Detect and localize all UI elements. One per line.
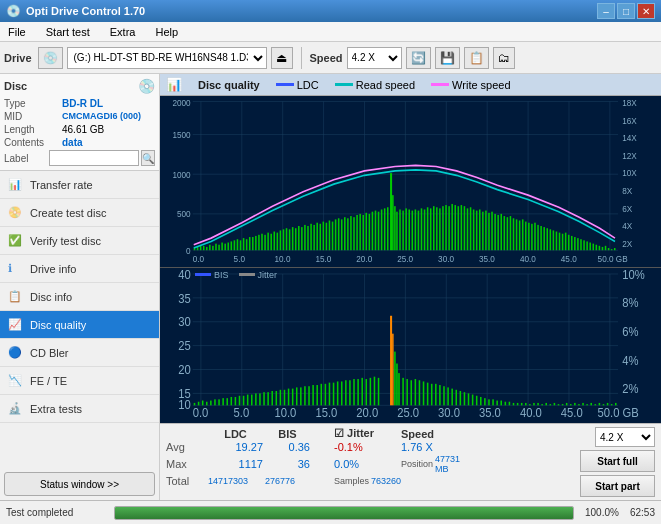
refresh-button[interactable]: 🔄	[406, 47, 431, 69]
svg-rect-281	[431, 384, 433, 405]
menu-start-test[interactable]: Start test	[42, 24, 94, 40]
svg-rect-232	[231, 397, 233, 405]
svg-text:35.0: 35.0	[479, 405, 501, 420]
status-window-button[interactable]: Status window >>	[4, 472, 155, 496]
write-speed-legend-label: Write speed	[452, 79, 511, 91]
svg-rect-90	[341, 219, 343, 250]
svg-rect-149	[519, 220, 521, 250]
svg-rect-173	[592, 244, 594, 251]
label-input[interactable]	[49, 150, 139, 166]
svg-rect-140	[491, 212, 493, 251]
svg-rect-250	[304, 386, 306, 405]
svg-rect-177	[605, 246, 607, 250]
sidebar-item-drive-info[interactable]: ℹ Drive info	[0, 255, 159, 283]
eject-button[interactable]: ⏏	[271, 47, 293, 69]
svg-rect-262	[353, 379, 355, 405]
sidebar-item-cd-bler[interactable]: 🔵 CD Bler	[0, 339, 159, 367]
sidebar-item-disc-quality[interactable]: 📈 Disc quality	[0, 311, 159, 339]
minimize-button[interactable]: –	[597, 3, 615, 19]
svg-rect-127	[451, 204, 453, 250]
sidebar-item-fe-te[interactable]: 📉 FE / TE	[0, 367, 159, 395]
svg-rect-46	[206, 247, 208, 250]
svg-rect-299	[505, 402, 507, 406]
svg-rect-73	[289, 229, 291, 250]
jitter-legend-color	[239, 273, 255, 276]
svg-rect-81	[313, 225, 315, 250]
menu-extra[interactable]: Extra	[106, 24, 140, 40]
disc-panel-title: Disc	[4, 80, 27, 92]
svg-rect-326	[615, 403, 617, 405]
svg-rect-176	[602, 247, 604, 250]
svg-rect-93	[350, 216, 352, 250]
toolbar: Drive 💿 (G:) HL-DT-ST BD-RE WH16NS48 1.D…	[0, 42, 661, 74]
svg-rect-146	[510, 216, 512, 250]
sidebar-item-extra-tests[interactable]: 🔬 Extra tests	[0, 395, 159, 423]
start-part-button[interactable]: Start part	[580, 475, 655, 497]
svg-rect-278	[419, 380, 421, 405]
disc-info-icon: 📋	[8, 290, 26, 303]
svg-rect-100	[372, 212, 374, 251]
svg-rect-315	[570, 404, 572, 405]
disc-button[interactable]: 💾	[435, 47, 460, 69]
svg-rect-312	[558, 404, 560, 405]
svg-rect-240	[263, 392, 265, 405]
svg-rect-96	[359, 214, 361, 250]
save-button[interactable]: 📋	[464, 47, 489, 69]
svg-rect-247	[292, 388, 294, 405]
svg-rect-317	[578, 404, 580, 405]
sidebar-item-transfer-rate[interactable]: 📊 Transfer rate	[0, 171, 159, 199]
maximize-button[interactable]: □	[617, 3, 635, 19]
svg-rect-80	[310, 224, 312, 250]
disc-quality-title: Disc quality	[198, 79, 260, 91]
ldc-legend-color	[276, 83, 294, 86]
start-full-button[interactable]: Start full	[580, 450, 655, 472]
bis-legend-color	[195, 273, 211, 276]
svg-rect-77	[301, 227, 303, 250]
export-button[interactable]: 🗂	[493, 47, 515, 69]
svg-rect-282	[435, 384, 437, 405]
sidebar-item-disc-info[interactable]: 📋 Disc info	[0, 283, 159, 311]
svg-rect-301	[513, 403, 515, 405]
progress-bar	[114, 506, 574, 520]
svg-rect-156	[540, 226, 542, 250]
svg-rect-171	[586, 241, 588, 250]
svg-rect-234	[239, 396, 241, 406]
svg-rect-64	[261, 234, 263, 251]
svg-text:50.0 GB: 50.0 GB	[598, 405, 639, 420]
label-search-button[interactable]: 🔍	[141, 150, 155, 166]
svg-text:4X: 4X	[622, 221, 632, 231]
svg-text:14X: 14X	[622, 133, 637, 143]
svg-rect-165	[568, 235, 570, 250]
chart-bis: BIS Jitter	[160, 268, 661, 423]
svg-text:40: 40	[178, 268, 191, 282]
svg-rect-157	[543, 227, 545, 250]
disc-quality-icon: 📈	[8, 318, 26, 331]
stats-area: LDC BIS ☑ Jitter Speed Avg 19.27 0.36 -0…	[160, 423, 661, 500]
drive-icon-btn[interactable]: 💿	[38, 47, 63, 69]
svg-text:16X: 16X	[622, 115, 637, 125]
svg-text:5.0: 5.0	[234, 405, 250, 420]
close-button[interactable]: ✕	[637, 3, 655, 19]
menu-help[interactable]: Help	[151, 24, 182, 40]
svg-rect-244	[280, 390, 282, 406]
svg-rect-268	[378, 378, 380, 405]
transfer-rate-icon: 📊	[8, 178, 26, 191]
menu-file[interactable]: File	[4, 24, 30, 40]
svg-text:10: 10	[178, 397, 191, 412]
svg-rect-91	[344, 217, 346, 250]
svg-rect-296	[492, 399, 494, 405]
svg-rect-155	[537, 225, 539, 250]
svg-rect-276	[411, 380, 413, 405]
svg-rect-70	[280, 230, 282, 250]
speed-select[interactable]: 4.2 X 1.0 X 2.0 X 8.0 X MAX	[347, 47, 402, 69]
speed-select-stats[interactable]: 4.2 X	[595, 427, 655, 447]
svg-rect-122	[436, 207, 438, 250]
sidebar-item-verify-test-disc[interactable]: ✅ Verify test disc	[0, 227, 159, 255]
svg-rect-55	[234, 240, 236, 250]
sidebar-item-create-test-disc[interactable]: 📀 Create test disc	[0, 199, 159, 227]
svg-text:500: 500	[177, 209, 191, 219]
svg-rect-85	[326, 223, 328, 251]
svg-rect-269	[390, 316, 392, 406]
drive-select[interactable]: (G:) HL-DT-ST BD-RE WH16NS48 1.D3	[67, 47, 267, 69]
speed-label: Speed	[310, 52, 343, 64]
